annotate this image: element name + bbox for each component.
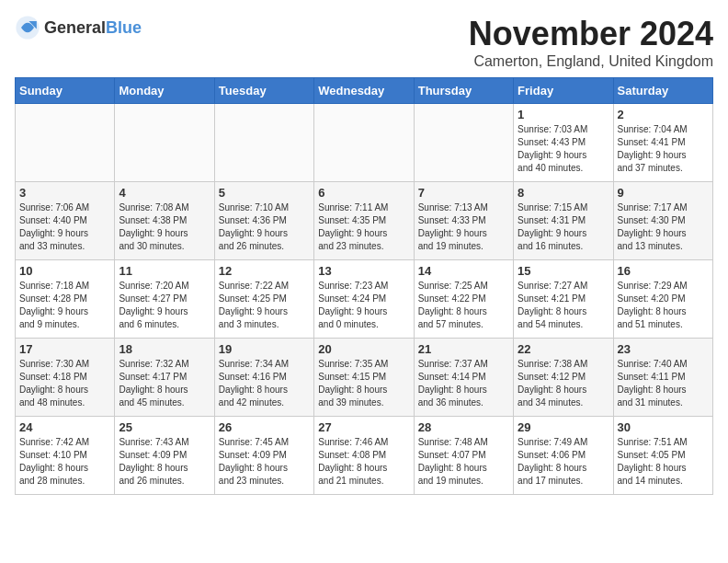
calendar-table: SundayMondayTuesdayWednesdayThursdayFrid… [15, 77, 713, 495]
calendar-cell: 1Sunrise: 7:03 AM Sunset: 4:43 PM Daylig… [514, 104, 613, 182]
calendar-cell: 6Sunrise: 7:11 AM Sunset: 4:35 PM Daylig… [314, 182, 414, 260]
day-info: Sunrise: 7:51 AM Sunset: 4:05 PM Dayligh… [618, 436, 709, 488]
day-number: 19 [219, 342, 310, 356]
calendar-week-4: 17Sunrise: 7:30 AM Sunset: 4:18 PM Dayli… [16, 339, 713, 417]
month-title: November 2024 [469, 15, 713, 53]
calendar-cell: 9Sunrise: 7:17 AM Sunset: 4:30 PM Daylig… [613, 182, 712, 260]
day-number: 8 [518, 186, 609, 200]
calendar-cell: 14Sunrise: 7:25 AM Sunset: 4:22 PM Dayli… [414, 260, 513, 339]
day-info: Sunrise: 7:49 AM Sunset: 4:06 PM Dayligh… [518, 436, 609, 488]
day-number: 25 [119, 420, 210, 434]
day-info: Sunrise: 7:29 AM Sunset: 4:20 PM Dayligh… [618, 280, 709, 331]
day-info: Sunrise: 7:27 AM Sunset: 4:21 PM Dayligh… [518, 280, 609, 331]
calendar-cell: 20Sunrise: 7:35 AM Sunset: 4:15 PM Dayli… [314, 339, 414, 417]
calendar-week-5: 24Sunrise: 7:42 AM Sunset: 4:10 PM Dayli… [16, 417, 713, 495]
day-info: Sunrise: 7:18 AM Sunset: 4:28 PM Dayligh… [19, 280, 110, 331]
day-number: 22 [518, 342, 609, 356]
day-info: Sunrise: 7:10 AM Sunset: 4:36 PM Dayligh… [219, 201, 310, 253]
weekday-header-friday: Friday [514, 78, 613, 104]
day-info: Sunrise: 7:23 AM Sunset: 4:24 PM Dayligh… [318, 280, 409, 331]
day-number: 11 [119, 264, 210, 278]
calendar-cell [115, 104, 214, 182]
day-info: Sunrise: 7:11 AM Sunset: 4:35 PM Dayligh… [318, 201, 409, 253]
day-number: 21 [418, 342, 509, 356]
day-info: Sunrise: 7:03 AM Sunset: 4:43 PM Dayligh… [518, 123, 609, 175]
day-info: Sunrise: 7:25 AM Sunset: 4:22 PM Dayligh… [418, 280, 509, 331]
calendar-cell: 28Sunrise: 7:48 AM Sunset: 4:07 PM Dayli… [414, 417, 513, 495]
day-number: 15 [518, 264, 609, 278]
day-number: 14 [418, 264, 509, 278]
calendar-week-1: 1Sunrise: 7:03 AM Sunset: 4:43 PM Daylig… [16, 104, 713, 182]
day-info: Sunrise: 7:13 AM Sunset: 4:33 PM Dayligh… [418, 201, 509, 253]
calendar-cell: 11Sunrise: 7:20 AM Sunset: 4:27 PM Dayli… [115, 260, 214, 339]
day-info: Sunrise: 7:22 AM Sunset: 4:25 PM Dayligh… [219, 280, 310, 331]
calendar-cell: 21Sunrise: 7:37 AM Sunset: 4:14 PM Dayli… [414, 339, 513, 417]
day-number: 28 [418, 420, 509, 434]
day-number: 5 [219, 186, 310, 200]
day-info: Sunrise: 7:04 AM Sunset: 4:41 PM Dayligh… [618, 123, 709, 175]
logo-text: GeneralBlue [44, 18, 142, 38]
logo: GeneralBlue [15, 15, 142, 40]
day-number: 7 [418, 186, 509, 200]
weekday-header-saturday: Saturday [613, 78, 712, 104]
title-area: November 2024 Camerton, England, United … [469, 15, 713, 70]
calendar-cell: 8Sunrise: 7:15 AM Sunset: 4:31 PM Daylig… [514, 182, 613, 260]
day-number: 20 [318, 342, 409, 356]
calendar-cell: 4Sunrise: 7:08 AM Sunset: 4:38 PM Daylig… [115, 182, 214, 260]
day-number: 26 [219, 420, 310, 434]
calendar-cell: 27Sunrise: 7:46 AM Sunset: 4:08 PM Dayli… [314, 417, 414, 495]
day-number: 12 [219, 264, 310, 278]
day-number: 9 [618, 186, 709, 200]
day-number: 24 [19, 420, 110, 434]
day-info: Sunrise: 7:40 AM Sunset: 4:11 PM Dayligh… [618, 358, 709, 409]
day-number: 17 [19, 342, 110, 356]
day-number: 1 [518, 108, 609, 121]
calendar-cell: 12Sunrise: 7:22 AM Sunset: 4:25 PM Dayli… [214, 260, 313, 339]
calendar-cell: 26Sunrise: 7:45 AM Sunset: 4:09 PM Dayli… [214, 417, 313, 495]
calendar-cell [314, 104, 414, 182]
day-number: 2 [618, 108, 709, 121]
calendar-cell: 10Sunrise: 7:18 AM Sunset: 4:28 PM Dayli… [16, 260, 115, 339]
weekday-header-monday: Monday [115, 78, 214, 104]
calendar-week-3: 10Sunrise: 7:18 AM Sunset: 4:28 PM Dayli… [16, 260, 713, 339]
calendar-cell [414, 104, 513, 182]
day-info: Sunrise: 7:08 AM Sunset: 4:38 PM Dayligh… [119, 201, 210, 253]
day-info: Sunrise: 7:35 AM Sunset: 4:15 PM Dayligh… [318, 358, 409, 409]
calendar-cell: 2Sunrise: 7:04 AM Sunset: 4:41 PM Daylig… [613, 104, 712, 182]
day-info: Sunrise: 7:46 AM Sunset: 4:08 PM Dayligh… [318, 436, 409, 488]
calendar-cell: 5Sunrise: 7:10 AM Sunset: 4:36 PM Daylig… [214, 182, 313, 260]
calendar-cell: 3Sunrise: 7:06 AM Sunset: 4:40 PM Daylig… [16, 182, 115, 260]
weekday-header-tuesday: Tuesday [214, 78, 313, 104]
day-info: Sunrise: 7:06 AM Sunset: 4:40 PM Dayligh… [19, 201, 110, 253]
calendar-cell: 23Sunrise: 7:40 AM Sunset: 4:11 PM Dayli… [613, 339, 712, 417]
logo-icon [15, 15, 40, 40]
weekday-header-thursday: Thursday [414, 78, 513, 104]
calendar-body: 1Sunrise: 7:03 AM Sunset: 4:43 PM Daylig… [16, 104, 713, 495]
day-info: Sunrise: 7:30 AM Sunset: 4:18 PM Dayligh… [19, 358, 110, 409]
day-number: 30 [618, 420, 709, 434]
day-number: 13 [318, 264, 409, 278]
calendar-cell: 24Sunrise: 7:42 AM Sunset: 4:10 PM Dayli… [16, 417, 115, 495]
day-info: Sunrise: 7:32 AM Sunset: 4:17 PM Dayligh… [119, 358, 210, 409]
calendar-cell [214, 104, 313, 182]
location-title: Camerton, England, United Kingdom [469, 53, 713, 70]
day-number: 3 [19, 186, 110, 200]
calendar-cell [16, 104, 115, 182]
day-number: 10 [19, 264, 110, 278]
calendar-week-2: 3Sunrise: 7:06 AM Sunset: 4:40 PM Daylig… [16, 182, 713, 260]
calendar-cell: 19Sunrise: 7:34 AM Sunset: 4:16 PM Dayli… [214, 339, 313, 417]
day-info: Sunrise: 7:34 AM Sunset: 4:16 PM Dayligh… [219, 358, 310, 409]
calendar-cell: 15Sunrise: 7:27 AM Sunset: 4:21 PM Dayli… [514, 260, 613, 339]
calendar-header-row: SundayMondayTuesdayWednesdayThursdayFrid… [16, 78, 713, 104]
calendar-cell: 17Sunrise: 7:30 AM Sunset: 4:18 PM Dayli… [16, 339, 115, 417]
calendar-cell: 29Sunrise: 7:49 AM Sunset: 4:06 PM Dayli… [514, 417, 613, 495]
calendar-cell: 25Sunrise: 7:43 AM Sunset: 4:09 PM Dayli… [115, 417, 214, 495]
calendar-cell: 22Sunrise: 7:38 AM Sunset: 4:12 PM Dayli… [514, 339, 613, 417]
day-info: Sunrise: 7:37 AM Sunset: 4:14 PM Dayligh… [418, 358, 509, 409]
day-info: Sunrise: 7:45 AM Sunset: 4:09 PM Dayligh… [219, 436, 310, 488]
page-header: GeneralBlue November 2024 Camerton, Engl… [15, 15, 713, 70]
calendar-cell: 13Sunrise: 7:23 AM Sunset: 4:24 PM Dayli… [314, 260, 414, 339]
day-number: 18 [119, 342, 210, 356]
day-info: Sunrise: 7:48 AM Sunset: 4:07 PM Dayligh… [418, 436, 509, 488]
day-info: Sunrise: 7:42 AM Sunset: 4:10 PM Dayligh… [19, 436, 110, 488]
